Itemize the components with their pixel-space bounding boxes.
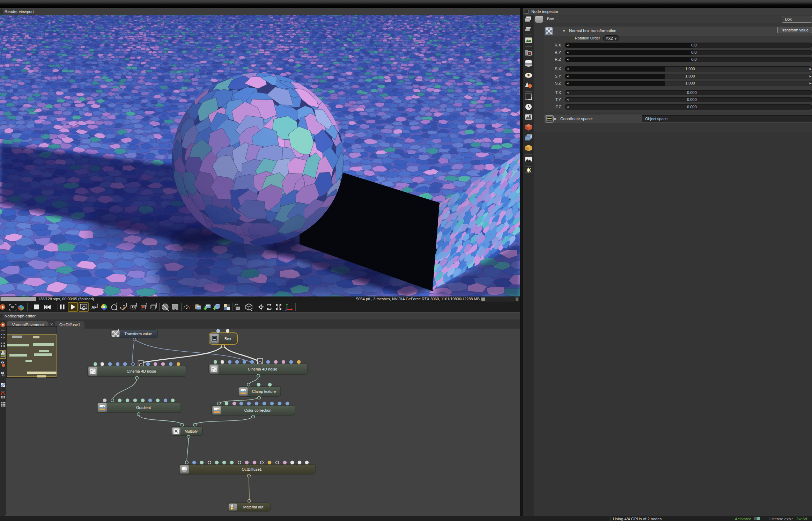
- svg-text:Color correction: Color correction: [244, 408, 272, 412]
- svg-text:Box: Box: [224, 337, 231, 341]
- svg-text:AF: AF: [91, 305, 97, 309]
- svg-text:Material out: Material out: [243, 505, 263, 509]
- svg-text:Cinema 4D noise: Cinema 4D noise: [248, 367, 277, 371]
- svg-text:Gradient: Gradient: [136, 405, 151, 410]
- svg-text:OctDiffuse1: OctDiffuse1: [242, 467, 261, 471]
- svg-text:Cinema 4D noise: Cinema 4D noise: [127, 369, 156, 373]
- svg-text:Transform value: Transform value: [124, 332, 152, 336]
- svg-text:Multiply: Multiply: [185, 429, 198, 433]
- svg-text:Clamp texture: Clamp texture: [252, 389, 276, 394]
